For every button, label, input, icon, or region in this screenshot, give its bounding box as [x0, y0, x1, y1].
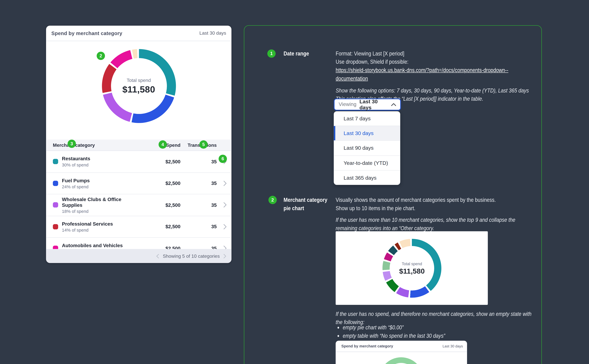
menu-option-last-90-days[interactable]: Last 90 days — [334, 140, 400, 155]
total-spend-value: $11,580 — [399, 267, 425, 275]
page-next-icon[interactable] — [224, 254, 226, 258]
menu-option-last-365-days[interactable]: Last 365 days — [334, 170, 400, 185]
category-name: Restaurants — [62, 156, 138, 162]
page-prev-icon[interactable] — [156, 254, 159, 258]
spec-text-format: Format: Viewing Last [X period] — [336, 49, 409, 58]
column-header-transactions: Transactions — [180, 142, 217, 148]
category-percent: 18% of spend — [62, 209, 138, 213]
category-name: Automobiles and Vehicles — [62, 243, 138, 248]
empty-state-card: Spend by merchant category Last 30 days — [336, 341, 467, 364]
example-donut-chart: Total spend $11,580 — [383, 239, 441, 298]
annotation-panel: 1 Date range Format: Viewing Last [X per… — [244, 25, 542, 364]
total-spend-value: $11,580 — [122, 84, 155, 95]
donut-hole — [385, 363, 417, 364]
row-spend-value: $2,500 — [138, 224, 180, 230]
card-period-indicator: Last 30 days — [199, 31, 226, 36]
annotation-badge-3: 3 — [67, 140, 76, 148]
category-color-swatch — [53, 181, 58, 186]
spec-text-pie-limit: Show up to 10 items in the pie chart. — [336, 204, 496, 212]
spend-by-category-card: Spend by merchant category Last 30 days … — [46, 26, 232, 263]
spec-text-options: Show the following options: 7 days, 30 d… — [336, 86, 529, 95]
annotation-badge-6: 6 — [218, 155, 227, 163]
annotation-badge-2: 2 — [97, 52, 105, 60]
row-spend-value: $2,500 — [138, 180, 180, 186]
annotation-badge-2b: 2 — [269, 196, 277, 204]
annotation-badge-4: 4 — [159, 140, 167, 149]
total-spend-label: Total spend — [402, 261, 422, 266]
row-spend-value: $2,500 — [138, 202, 180, 208]
annotation-label-pie-chart: Merchant category — [284, 196, 327, 204]
chevron-right-icon[interactable] — [217, 202, 226, 208]
column-header-category: Merchant category — [53, 142, 138, 148]
spec-text-other-category: If the user has more than 10 merchant ca… — [336, 216, 515, 224]
mini-card-header: Spend by merchant category Last 30 days — [336, 341, 467, 352]
dropdown-selected-value: Last 30 days — [359, 98, 388, 110]
category-percent: 24% of spend — [62, 184, 138, 189]
dropdown-prefix: Viewing — [339, 102, 357, 107]
date-range-dropdown[interactable]: Viewing Last 30 days — [334, 98, 401, 110]
row-transactions-value: 35 — [180, 159, 217, 164]
spend-donut-chart: Total spend $11,580 — [102, 49, 176, 123]
table-row[interactable]: Restaurants 30% of spend $2,500 35 — [46, 151, 232, 173]
chevron-right-icon[interactable] — [217, 181, 226, 186]
category-percent: 30% of spend — [62, 163, 138, 167]
example-chart-panel: Total spend $11,580 — [336, 231, 488, 305]
card-header: Spend by merchant category Last 30 days — [46, 26, 232, 41]
bullet-empty-pie: empty pie chart with “$0.00” — [343, 323, 445, 332]
spec-text-pie-purpose: Visually shows the amount of merchant ca… — [336, 196, 496, 204]
row-spend-value: $2,500 — [138, 159, 180, 164]
mini-card-title: Spend by merchant category — [341, 344, 393, 348]
table-row[interactable]: Fuel Pumps 24% of spend $2,500 35 — [46, 173, 232, 194]
category-name: Wholesale Clubs & Office Supplies — [62, 196, 138, 208]
menu-option-last-30-days[interactable]: Last 30 days — [334, 126, 400, 140]
category-color-swatch — [53, 159, 58, 164]
category-name: Fuel Pumps — [62, 178, 138, 183]
storybook-link[interactable]: https://shield-storybook.us.bank-dns.com… — [336, 66, 508, 82]
annotation-badge-5: 5 — [199, 140, 208, 149]
annotation-label-date-range: Date range — [284, 49, 309, 58]
annotation-badge-1: 1 — [267, 49, 276, 58]
card-title: Spend by merchant category — [51, 30, 122, 36]
bullet-empty-table: empty table with “No spend in the last 3… — [343, 332, 445, 339]
design-spec-canvas: Spend by merchant category Last 30 days … — [0, 0, 589, 364]
pagination-status: Showing 5 of 10 categories — [163, 253, 220, 259]
spec-text-empty-state: If the user has no spend, and therefore … — [336, 310, 531, 318]
category-name: Professional Services — [62, 221, 138, 227]
empty-state-bullet-list: empty pie chart with “$0.00” empty table… — [337, 323, 445, 340]
table-row[interactable]: Wholesale Clubs & Office Supplies 18% of… — [46, 194, 232, 216]
category-percent: 14% of spend — [62, 228, 138, 232]
chevron-right-icon[interactable] — [217, 224, 226, 229]
menu-option-year-to-date[interactable]: Year-to-date (YTD) — [334, 155, 400, 170]
spec-text-dropdown: Use dropdown, Shield if possible: — [336, 58, 409, 66]
donut-chart-area: Total spend $11,580 — [46, 49, 232, 140]
date-range-menu: Last 7 days Last 30 days Last 90 days Ye… — [334, 111, 400, 185]
empty-donut-chart — [379, 357, 423, 364]
row-transactions-value: 35 — [180, 224, 217, 230]
pagination-footer: Showing 5 of 10 categories — [46, 249, 232, 263]
chevron-up-icon — [391, 103, 396, 106]
row-transactions-value: 35 — [180, 180, 217, 186]
menu-option-last-7-days[interactable]: Last 7 days — [334, 111, 400, 126]
mini-card-period: Last 30 days — [443, 344, 463, 348]
table-row[interactable]: Professional Services 14% of spend $2,50… — [46, 216, 232, 238]
category-color-swatch — [53, 202, 58, 208]
row-transactions-value: 35 — [180, 202, 217, 208]
total-spend-label: Total spend — [127, 78, 151, 83]
category-color-swatch — [53, 224, 58, 229]
